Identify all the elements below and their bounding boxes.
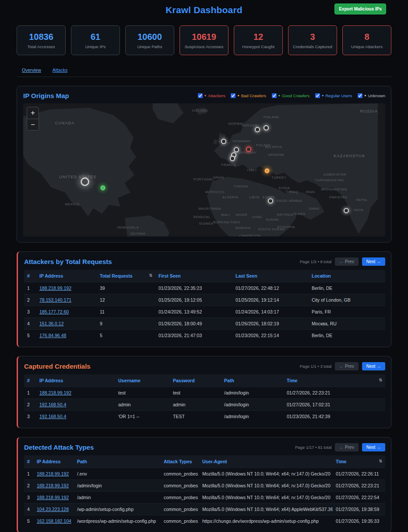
map-country-label: SWEDEN	[242, 123, 258, 127]
column-header-path: Path	[221, 374, 284, 387]
map-country-label: GUINEA	[199, 222, 213, 225]
cell-ip: 192.168.50.4	[36, 399, 115, 411]
cell-attack_types: common_probes	[161, 504, 199, 515]
column-header-password: Password	[170, 374, 221, 387]
map-marker-unknown[interactable]	[264, 125, 269, 130]
tab-overview[interactable]: Overview	[22, 67, 41, 73]
map-country-label: CHAD	[252, 215, 262, 219]
ip-link[interactable]: 192.168.50.4	[39, 402, 66, 407]
attackers-panel-head: Attackers by Total Requests Page 1/2 • 8…	[24, 257, 385, 266]
legend-item-bad-crawlers[interactable]: • Bad Crawlers	[231, 93, 266, 99]
cell-num: 1	[24, 468, 34, 480]
legend-item-attackers[interactable]: • Attackers	[198, 93, 225, 99]
ip-link[interactable]: 176.84.96.48	[39, 333, 66, 338]
page-title: Krawl Dashboard	[165, 5, 243, 15]
map-country-label: NIGERIA	[235, 226, 250, 230]
table-row: 4151.36.0.12901/26/2026, 18:00:4901/26/2…	[24, 318, 385, 330]
export-malicious-ips-button[interactable]: Export Malicious IPs	[334, 4, 386, 14]
attackers-pagination: Page 1/2 • 8 total ← Prev Next →	[300, 257, 385, 266]
map-marker-unknown[interactable]	[268, 198, 273, 204]
map-marker-unknown[interactable]	[221, 139, 226, 144]
legend-checkbox[interactable]	[315, 93, 320, 98]
prev-page-button[interactable]: ← Prev	[335, 443, 358, 451]
legend-item-regular-users[interactable]: • Regular Users	[315, 93, 352, 99]
cell-ip: 192.168.50.4	[36, 411, 115, 423]
next-page-button[interactable]: Next →	[362, 362, 385, 370]
legend-dot-icon: •	[204, 93, 206, 99]
ip-link[interactable]: 104.23.223.128	[37, 507, 69, 512]
cell-ip: 188.218.99.192	[36, 282, 97, 294]
map-canvas[interactable]: + − CANADAUNITED STATESMEXICOICELANDNORW…	[23, 103, 385, 236]
stat-card-unique-paths: 10600 Unique Paths	[125, 25, 174, 55]
cell-ip: 185.177.72.60	[36, 306, 97, 318]
column-header-time[interactable]: Time⇅	[333, 455, 385, 468]
legend-checkbox[interactable]	[358, 93, 362, 98]
map-country-label: IRAN	[306, 190, 315, 194]
ip-link[interactable]: 188.218.99.192	[37, 495, 69, 500]
map-panel-title: IP Origins Map	[23, 92, 69, 99]
cell-path: /admin/login	[221, 399, 284, 411]
map-marker-unknown[interactable]	[234, 147, 239, 152]
next-page-button[interactable]: Next →	[362, 257, 385, 266]
map-legend: • Attackers • Bad Crawlers • Good Crawle…	[198, 93, 385, 99]
sort-icon[interactable]: ⇅	[379, 378, 382, 382]
cell-password: TEST	[170, 411, 221, 423]
ip-link[interactable]: 188.218.99.192	[39, 390, 71, 395]
cell-attack_types: common_probes	[161, 515, 199, 527]
stat-card-credentials-captured: 3 Credentials Captured	[288, 25, 337, 55]
prev-page-button[interactable]: ← Prev	[335, 362, 358, 370]
column-header-ip-address: IP Address	[34, 455, 74, 468]
zoom-in-button[interactable]: +	[27, 107, 39, 119]
legend-dot-icon: •	[322, 93, 324, 99]
map-marker-unknown[interactable]	[344, 208, 349, 213]
cell-user_agent: Mozilla/5.0 (Windows NT 10.0; Win64; x64…	[199, 480, 333, 492]
map-zoom-controls: + −	[27, 107, 39, 130]
ip-link[interactable]: 188.218.99.192	[37, 483, 69, 488]
column-header-location: Location	[309, 270, 385, 282]
attack-types-panel-title: Detected Attack Types	[24, 444, 94, 451]
cell-location: Москва, RU	[309, 318, 385, 330]
map-country-label: ALGERIA	[222, 195, 239, 199]
sort-icon[interactable]: ⇅	[379, 459, 382, 463]
cell-username: 'OR 1=1 --	[115, 411, 170, 423]
ip-link[interactable]: 78.153.140.171	[39, 297, 71, 303]
legend-checkbox[interactable]	[231, 93, 236, 98]
ip-link[interactable]: 185.177.72.60	[39, 309, 69, 314]
ip-link[interactable]: 151.36.0.12	[39, 321, 63, 326]
table-row: 2188.218.99.192/admin/logincommon_probes…	[24, 480, 385, 492]
legend-checkbox[interactable]	[272, 93, 277, 98]
map-marker-cluster[interactable]	[81, 177, 89, 186]
map-country-label: SAUDI ARABIA	[276, 199, 302, 203]
legend-item-unknown[interactable]: • Unknown	[358, 93, 385, 99]
ip-link[interactable]: 188.218.99.192	[39, 285, 71, 291]
ip-link[interactable]: 188.218.99.192	[37, 471, 69, 476]
ip-link[interactable]: 162.158.182.104	[37, 518, 71, 524]
map-marker-bad_crawler[interactable]	[265, 169, 270, 173]
credentials-panel-head: Captured Credentials Page 1/1 • 3 total …	[24, 362, 385, 370]
map-country-label: TUNISIA	[233, 184, 248, 188]
cell-last_seen: 01/23/2026, 22:15:14	[232, 330, 309, 342]
map-country-label: SUDAN	[266, 218, 278, 222]
cell-time: 01/23/2026, 21:42:39	[284, 411, 385, 423]
legend-checkbox[interactable]	[198, 93, 203, 98]
map-country-label: OMAN	[309, 207, 320, 211]
map-marker-unknown[interactable]	[255, 127, 260, 132]
cell-last_seen: 01/25/2026, 19:12:14	[232, 294, 309, 306]
ip-link[interactable]: 192.168.50.4	[39, 414, 66, 419]
map-marker-good_crawler[interactable]	[101, 186, 106, 190]
credentials-panel: Captured Credentials Page 1/1 • 3 total …	[17, 356, 391, 428]
table-row: 3185.177.72.601101/24/2026, 13:49:5201/2…	[24, 306, 385, 318]
prev-page-button[interactable]: ← Prev	[335, 257, 358, 266]
cell-first_seen: 01/25/2026, 19:12:05	[155, 294, 232, 306]
column-header-time[interactable]: Time⇅	[284, 374, 385, 387]
tab-attacks[interactable]: Attacks	[53, 67, 67, 73]
map-marker-attacker[interactable]	[246, 147, 251, 152]
zoom-out-button[interactable]: −	[27, 119, 39, 130]
map-marker-unknown[interactable]	[230, 156, 235, 161]
cell-path: /admin/login	[74, 480, 161, 492]
next-page-button[interactable]: Next →	[362, 443, 385, 451]
legend-item-good-crawlers[interactable]: • Good Crawlers	[272, 93, 310, 99]
column-header-total-requests[interactable]: Total Requests⇅	[97, 270, 155, 282]
sort-icon[interactable]: ⇅	[149, 273, 152, 278]
cell-total: 5	[97, 330, 155, 342]
